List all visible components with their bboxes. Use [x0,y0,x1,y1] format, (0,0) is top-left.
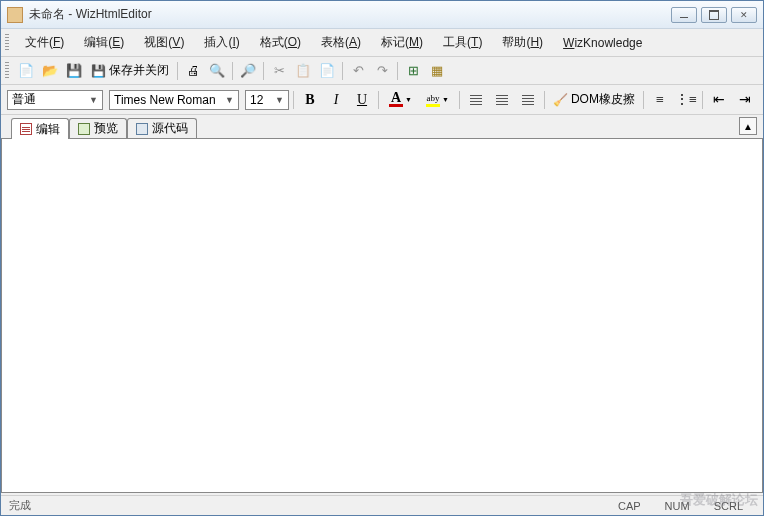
font-color-button[interactable]: A ▼ [383,89,418,111]
menu-file[interactable]: 文件(F) [17,31,72,54]
maximize-button[interactable] [701,7,727,23]
indent-button[interactable]: ⇥ [733,89,757,111]
save-icon: 💾 [91,64,106,78]
style-value: 普通 [12,91,36,108]
menu-help[interactable]: 帮助(H) [494,31,551,54]
print-preview-button[interactable]: 🔍 [206,60,228,82]
tab-preview-label: 预览 [94,120,118,137]
print-button[interactable]: 🖨 [182,60,204,82]
save-close-label: 保存并关闭 [109,62,169,79]
separator [293,91,294,109]
excel-button[interactable]: ⊞ [402,60,424,82]
title-bar: 未命名 - WizHtmlEditor [1,1,763,29]
bold-button[interactable]: B [298,89,322,111]
menu-wizknowledge[interactable]: WizKnowledge [555,33,650,53]
menu-view[interactable]: 视图(V) [136,31,192,54]
tab-edit-label: 编辑 [36,121,60,138]
close-button[interactable] [731,7,757,23]
dom-eraser-button[interactable]: 🧹 DOM橡皮擦 [549,89,639,111]
save-close-button[interactable]: 💾 保存并关闭 [87,60,173,82]
paste-button[interactable]: 📄 [316,60,338,82]
status-bar: 完成 CAP NUM SCRL [1,495,763,515]
separator [643,91,644,109]
new-button[interactable]: 📄 [15,60,37,82]
window-title: 未命名 - WizHtmlEditor [29,6,671,23]
separator [232,62,233,80]
underline-button[interactable]: U [350,89,374,111]
size-combo[interactable]: 12 ▼ [245,90,289,110]
style-combo[interactable]: 普通 ▼ [7,90,103,110]
menu-edit[interactable]: 编辑(E) [76,31,132,54]
menu-table[interactable]: 表格(A) [313,31,369,54]
redo-button[interactable]: ↷ [371,60,393,82]
chevron-down-icon: ▼ [442,96,449,104]
chevron-down-icon: ▼ [405,96,412,104]
open-button[interactable]: 📂 [39,60,61,82]
grip-icon [5,62,9,80]
size-value: 12 [250,93,263,107]
app-window: 未命名 - WizHtmlEditor 文件(F) 编辑(E) 视图(V) 插入… [0,0,764,516]
separator [342,62,343,80]
font-combo[interactable]: Times New Roman ▼ [109,90,239,110]
unordered-list-button[interactable]: ⋮≡ [674,89,698,111]
tab-preview[interactable]: 预览 [69,118,127,138]
separator [544,91,545,109]
copy-button[interactable]: 📋 [292,60,314,82]
status-scrl: SCRL [702,500,755,512]
align-left-button[interactable] [464,89,488,111]
separator [459,91,460,109]
main-toolbar: 📄 📂 💾 💾 保存并关闭 🖨 🔍 🔎 ✂ 📋 📄 ↶ ↷ ⊞ ▦ [1,57,763,85]
chevron-down-icon: ▼ [85,95,98,105]
preview-icon [78,123,90,135]
editor-area[interactable] [1,139,763,493]
grip-icon [5,34,9,52]
separator [378,91,379,109]
highlight-button[interactable]: aby ▼ [420,89,455,111]
separator [177,62,178,80]
ordered-list-button[interactable]: ≡ [648,89,672,111]
font-value: Times New Roman [114,93,216,107]
edit-icon [20,123,32,135]
eraser-label: DOM橡皮擦 [571,91,635,108]
source-icon [136,123,148,135]
highlight-icon: aby [426,92,440,107]
menu-bar: 文件(F) 编辑(E) 视图(V) 插入(I) 格式(O) 表格(A) 标记(M… [1,29,763,57]
cut-button[interactable]: ✂ [268,60,290,82]
table-button[interactable]: ▦ [426,60,448,82]
tab-edit[interactable]: 编辑 [11,118,69,139]
collapse-button[interactable]: ▲ [739,117,757,135]
align-center-button[interactable] [490,89,514,111]
save-button[interactable]: 💾 [63,60,85,82]
font-color-icon: A [389,92,403,107]
app-icon [7,7,23,23]
eraser-icon: 🧹 [553,93,568,107]
format-toolbar: 普通 ▼ Times New Roman ▼ 12 ▼ B I U A ▼ ab… [1,85,763,115]
outdent-button[interactable]: ⇤ [707,89,731,111]
minimize-button[interactable] [671,7,697,23]
menu-format[interactable]: 格式(O) [252,31,309,54]
align-right-button[interactable] [516,89,540,111]
separator [263,62,264,80]
status-text: 完成 [9,498,606,513]
window-controls [671,7,757,23]
separator [702,91,703,109]
status-cap: CAP [606,500,653,512]
menu-tools[interactable]: 工具(T) [435,31,490,54]
menu-insert[interactable]: 插入(I) [196,31,247,54]
tab-bar: 编辑 预览 源代码 ▲ [1,115,763,139]
italic-button[interactable]: I [324,89,348,111]
chevron-down-icon: ▼ [271,95,284,105]
undo-button[interactable]: ↶ [347,60,369,82]
tab-source-label: 源代码 [152,120,188,137]
find-button[interactable]: 🔎 [237,60,259,82]
separator [397,62,398,80]
chevron-down-icon: ▼ [221,95,234,105]
status-num: NUM [653,500,702,512]
tab-source[interactable]: 源代码 [127,118,197,138]
menu-mark[interactable]: 标记(M) [373,31,431,54]
